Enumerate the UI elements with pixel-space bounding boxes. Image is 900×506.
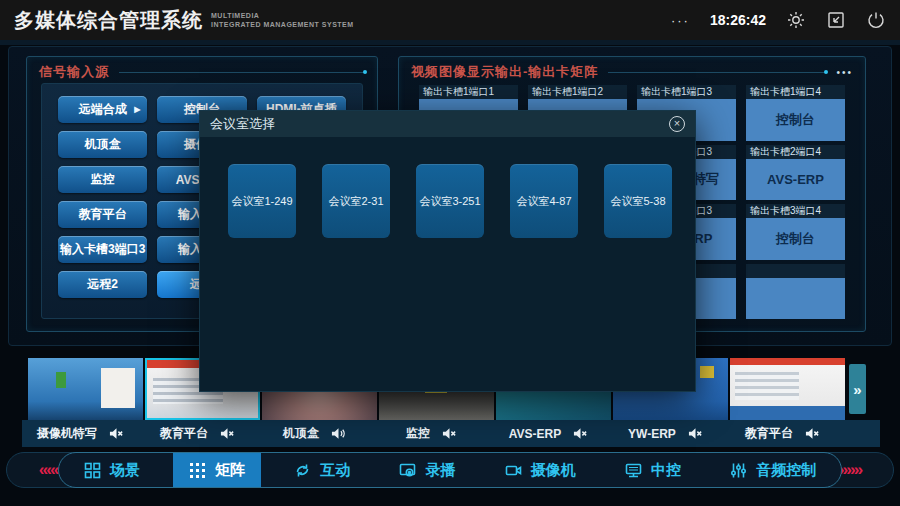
app-subtitle: MULTIMEDIA INTEGRATED MANAGEMENT SYSTEM bbox=[211, 11, 354, 29]
header-bar: 多媒体综合管理系统 MULTIMEDIA INTEGRATED MANAGEME… bbox=[0, 0, 900, 40]
matrix-cell[interactable]: 输出卡槽3端口4控制台 bbox=[746, 204, 845, 260]
room-button[interactable]: 会议室1-249 bbox=[228, 164, 296, 238]
nav-tab-scene[interactable]: 场景 bbox=[68, 452, 156, 488]
expand-arrow-icon: ▶ bbox=[134, 105, 140, 114]
nav-tab-interact[interactable]: 互动 bbox=[278, 452, 366, 488]
video-label: YW-ERP bbox=[607, 420, 724, 447]
muted-speaker-icon[interactable] bbox=[109, 426, 124, 441]
scroll-right-icon[interactable]: » bbox=[849, 364, 866, 414]
matrix-more-icon[interactable]: ••• bbox=[836, 67, 853, 78]
nav-tab-matrix[interactable]: 矩阵 bbox=[173, 452, 261, 488]
bottom-nav-bar: 场景 矩阵 互动 录播 摄像机 中控 音频控制 bbox=[58, 452, 842, 488]
close-icon[interactable]: × bbox=[669, 116, 685, 132]
muted-speaker-icon[interactable] bbox=[573, 426, 588, 441]
matrix-cell[interactable]: 输出卡槽1端口4控制台 bbox=[746, 85, 845, 141]
video-label: 摄像机特写 bbox=[22, 420, 139, 447]
title-decor-line bbox=[608, 72, 826, 73]
video-label: AVS-ERP bbox=[490, 420, 607, 447]
minimize-window-icon[interactable] bbox=[826, 10, 846, 30]
video-label: 教育平台 bbox=[139, 420, 256, 447]
sync-arrows-icon bbox=[294, 462, 311, 479]
meeting-room-dialog: 会议室选择 × 会议室1-249 会议室2-31 会议室3-251 会议室4-8… bbox=[199, 110, 696, 392]
audio-sliders-icon bbox=[730, 462, 747, 479]
title-decor-line bbox=[119, 72, 365, 73]
settings-gear-icon[interactable] bbox=[786, 10, 806, 30]
video-thumbnail[interactable] bbox=[28, 358, 143, 420]
room-button[interactable]: 会议室4-87 bbox=[510, 164, 578, 238]
header-divider bbox=[0, 40, 900, 45]
nav-tab-camera[interactable]: 摄像机 bbox=[489, 452, 592, 488]
muted-speaker-icon[interactable] bbox=[442, 426, 457, 441]
output-matrix-title: 视频图像显示输出-输出卡矩阵 bbox=[411, 63, 598, 81]
video-label-bar: 摄像机特写 教育平台 机顶盒 监控 AVS-ERP YW-ERP 教育平台 bbox=[22, 420, 880, 447]
source-button[interactable]: 教育平台 bbox=[58, 201, 147, 228]
muted-speaker-icon[interactable] bbox=[805, 426, 820, 441]
source-button[interactable]: 机顶盒 bbox=[58, 131, 147, 158]
video-label: 监控 bbox=[373, 420, 490, 447]
room-button-row: 会议室1-249 会议室2-31 会议室3-251 会议室4-87 会议室5-3… bbox=[200, 137, 695, 238]
red-chevrons-icon: »»» bbox=[839, 460, 861, 480]
nav-tab-console[interactable]: 中控 bbox=[609, 452, 697, 488]
video-thumbnail[interactable] bbox=[730, 358, 845, 420]
source-button[interactable]: 输入卡槽3端口3 bbox=[58, 236, 147, 263]
dialog-titlebar: 会议室选择 × bbox=[200, 111, 695, 137]
speaker-on-icon[interactable] bbox=[331, 426, 346, 441]
video-label: 教育平台 bbox=[724, 420, 841, 447]
matrix-cell[interactable]: 输出卡槽2端口4AVS-ERP bbox=[746, 145, 845, 201]
power-icon[interactable] bbox=[866, 10, 886, 30]
room-button[interactable]: 会议室5-38 bbox=[604, 164, 672, 238]
source-button[interactable]: 远端合成 ▶ bbox=[58, 96, 147, 123]
video-label: 机顶盒 bbox=[256, 420, 373, 447]
scene-grid-icon bbox=[84, 462, 101, 479]
muted-speaker-icon[interactable] bbox=[688, 426, 703, 441]
console-monitor-icon bbox=[625, 462, 642, 479]
room-button[interactable]: 会议室2-31 bbox=[322, 164, 390, 238]
signal-source-title: 信号输入源 bbox=[39, 63, 109, 81]
source-button[interactable]: 远程2 bbox=[58, 271, 147, 298]
app-root: 多媒体综合管理系统 MULTIMEDIA INTEGRATED MANAGEME… bbox=[0, 0, 900, 506]
muted-speaker-icon[interactable] bbox=[220, 426, 235, 441]
record-screen-icon bbox=[399, 462, 416, 479]
clock: 18:26:42 bbox=[710, 12, 766, 28]
camera-icon bbox=[505, 462, 522, 479]
nav-tab-audio[interactable]: 音频控制 bbox=[714, 452, 832, 488]
source-button[interactable]: 监控 bbox=[58, 166, 147, 193]
matrix-cell[interactable] bbox=[746, 264, 845, 320]
dialog-title: 会议室选择 bbox=[210, 115, 275, 133]
matrix-dots-icon bbox=[189, 462, 206, 479]
more-menu-icon[interactable]: ··· bbox=[671, 13, 690, 28]
app-title: 多媒体综合管理系统 bbox=[14, 7, 203, 34]
nav-tab-record[interactable]: 录播 bbox=[383, 452, 471, 488]
room-button[interactable]: 会议室3-251 bbox=[416, 164, 484, 238]
